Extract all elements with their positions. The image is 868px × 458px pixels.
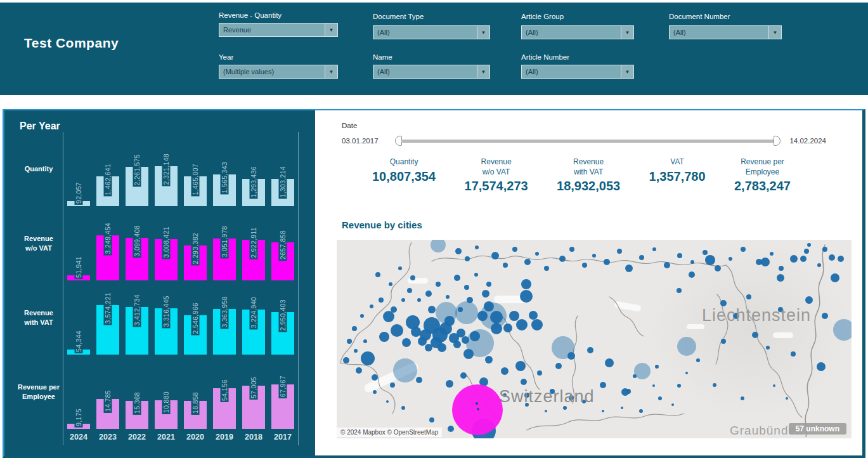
chevron-down-icon[interactable]: ▼ [477,65,489,78]
map-bubble[interactable] [652,247,656,251]
map-bubble[interactable] [545,410,547,412]
map-bubble[interactable] [807,243,811,247]
unknown-count-badge[interactable]: 57 unknown [789,423,846,435]
map-bubble[interactable] [677,288,682,293]
map-bubble[interactable] [501,367,508,375]
map-bubble[interactable] [690,260,694,264]
map-bubble[interactable] [375,272,380,277]
bar-mark[interactable]: 3,224,940 [239,280,268,355]
map-bubble[interactable] [491,323,502,334]
map-bubble[interactable] [356,367,362,374]
map-bubble[interactable] [379,298,384,303]
map-bubble[interactable] [425,344,432,351]
map-bubble[interactable] [604,259,610,265]
chevron-down-icon[interactable]: ▼ [621,26,633,39]
bar-mark[interactable]: 1,465,007 [181,132,210,206]
revenue-map[interactable]: Liechtenstein Switzerland Graubünden 57 … [337,240,852,438]
map-bubble[interactable] [569,247,574,252]
bar-mark[interactable]: 54,344 [64,280,93,355]
map-bubble[interactable] [555,363,562,369]
map-bubble[interactable] [685,372,688,374]
map-bubble[interactable] [817,263,821,267]
map-bubble[interactable] [391,306,397,313]
bar-mark[interactable]: 2,261,575 [122,132,152,206]
bar-mark[interactable]: 2,293,382 [181,206,210,280]
map-bubble[interactable] [777,274,784,282]
map-bubble[interactable] [703,250,708,255]
map-bubble[interactable] [521,279,531,289]
chevron-down-icon[interactable]: ▼ [768,26,781,39]
map-bubble[interactable] [373,390,377,394]
map-bubble[interactable] [401,298,405,302]
map-bubble[interactable] [671,403,674,406]
map-bubble[interactable] [402,338,411,347]
map-bubble[interactable] [393,358,417,383]
bar-mark[interactable]: 57,005 [239,355,268,429]
map-bubble[interactable] [582,263,587,268]
map-bubble[interactable] [462,336,469,344]
map-bubble[interactable] [485,356,493,363]
map-bubble[interactable] [838,256,844,262]
map-bubble[interactable] [460,372,467,379]
map-bubble[interactable] [677,337,696,356]
map-bubble[interactable] [817,362,826,371]
bar-mark[interactable]: 2,546,966 [181,280,210,355]
bar-mark[interactable]: 18,858 [181,355,210,429]
map-bubble[interactable] [524,259,531,265]
map-bubble[interactable] [633,374,637,378]
bar-mark[interactable]: 2,950,403 [268,280,297,355]
map-bubble[interactable] [352,326,357,331]
map-bubble[interactable] [484,301,494,311]
slider-track[interactable] [401,140,775,143]
chevron-down-icon[interactable]: ▼ [325,65,337,78]
bar-mark[interactable]: 92,057 [64,132,93,206]
map-bubble[interactable] [658,396,662,400]
map-bubble[interactable] [752,332,758,338]
map-bubble[interactable] [605,358,614,367]
map-bubble[interactable] [360,314,364,318]
slider-handle-left[interactable] [395,136,402,146]
map-bubble[interactable] [512,247,517,252]
map-bubble[interactable] [664,262,670,268]
map-bubble[interactable] [715,265,721,272]
filter-document-number[interactable]: (All) ▼ [669,25,782,39]
map-bubble[interactable] [600,382,606,388]
map-bubble[interactable] [446,380,453,388]
map-bubble[interactable] [761,258,770,266]
chevron-down-icon[interactable]: ▼ [621,65,633,78]
bar-mark[interactable]: 3,008,421 [152,206,181,280]
map-bubble[interactable] [822,313,828,319]
map-bubble[interactable] [634,363,651,379]
map-bubble[interactable] [390,383,395,388]
map-bubble[interactable] [677,384,681,388]
map-bubble[interactable] [454,275,460,281]
map-bubble[interactable] [448,426,454,432]
bar-mark[interactable]: 51,941 [64,206,93,280]
chevron-down-icon[interactable]: ▼ [325,23,337,36]
map-bubble[interactable] [463,349,474,359]
map-bubble[interactable] [544,266,549,271]
map-bubble[interactable] [515,361,526,371]
bar-mark[interactable]: 3,363,958 [210,280,239,355]
map-bubble[interactable] [474,273,478,277]
map-bubble[interactable] [417,298,421,302]
map-bubble[interactable] [437,343,446,352]
bar-mark[interactable]: 15,368 [122,355,152,429]
bar-mark[interactable]: 2657,858 [268,206,297,280]
map-bubble[interactable] [713,383,716,387]
map-bubble[interactable] [389,282,392,286]
map-bubble[interactable] [391,324,403,337]
map-bubble[interactable] [790,255,798,263]
map-bubble[interactable] [779,266,784,271]
bar-mark[interactable]: 2,321,148 [152,132,181,206]
map-bubble[interactable] [822,247,827,252]
map-bubble[interactable] [416,377,422,383]
map-bubble[interactable] [467,297,473,303]
map-bubble[interactable] [521,379,527,385]
map-bubble[interactable] [477,408,479,410]
bar-mark[interactable]: 1,303,214 [268,132,297,206]
map-bubble[interactable] [689,272,695,278]
map-bubble[interactable] [343,357,349,363]
filter-article-number[interactable]: (All) ▼ [521,65,634,79]
map-bubble[interactable] [503,263,508,268]
